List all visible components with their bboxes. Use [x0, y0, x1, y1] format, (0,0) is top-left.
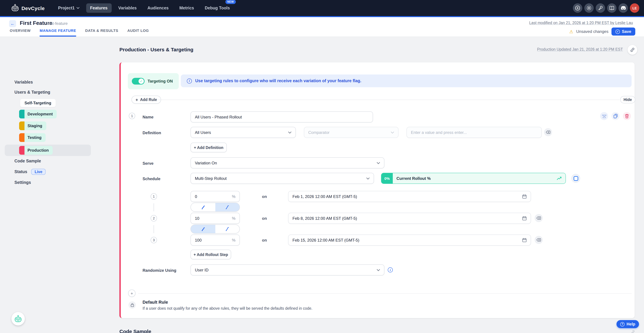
feature-slug: first-feature [47, 21, 68, 26]
sidebar-item-settings[interactable]: Settings [14, 180, 31, 185]
definition-dropdown[interactable]: All Users [190, 127, 296, 138]
sidebar-item-self-targeting[interactable]: Self-Targeting [20, 99, 56, 107]
page-title: Production - Users & Targeting [120, 47, 193, 52]
add-rollout-step-button[interactable]: + Add Rollout Step [190, 250, 231, 259]
stepped-transition-option[interactable] [191, 225, 215, 233]
nav-item-debug-tools[interactable]: Debug Tools NEW [201, 3, 234, 13]
remove-step-3-button[interactable] [535, 236, 543, 244]
rule-divider [158, 100, 620, 100]
add-rule-inline-button[interactable]: + [128, 290, 136, 297]
nav-item-audiences[interactable]: Audiences [144, 3, 172, 13]
hide-button[interactable]: Hide [620, 96, 635, 103]
schedule-label: Schedule [142, 176, 160, 181]
nav-item-metrics[interactable]: Metrics [175, 3, 198, 13]
new-badge: NEW [225, 0, 236, 4]
step-1-number: 1 [150, 193, 157, 200]
docs-button[interactable] [607, 3, 616, 13]
save-audience-button[interactable] [600, 112, 608, 120]
sidebar-item-variables[interactable]: Variables [14, 80, 33, 84]
create-new-button[interactable] [573, 3, 582, 13]
targeting-info-banner: i Use targeting rules to configure who w… [181, 74, 632, 87]
on-label: on [262, 216, 267, 221]
sidebar-env-development[interactable]: Development [19, 110, 57, 118]
rule-number: 1 [129, 113, 135, 119]
nav-item-features[interactable]: Features [86, 3, 112, 13]
step-1-2-transition-toggle [190, 203, 240, 212]
serve-label: Serve [142, 161, 154, 166]
sidebar-env-staging[interactable]: Staging [19, 122, 46, 130]
add-definition-button[interactable]: + Add Definition [190, 142, 227, 152]
step-1-date-field[interactable]: Feb 1, 2026 12:00 AM EST (GMT-5) [288, 191, 531, 202]
api-keys-button[interactable] [596, 3, 605, 13]
tab-overview[interactable]: OVERVIEW [10, 28, 31, 36]
step-2-number: 2 [150, 215, 157, 222]
tab-audit-log[interactable]: AUDIT LOG [127, 28, 149, 36]
duplicate-rule-button[interactable] [612, 112, 620, 120]
brand-name: DevCycle [22, 5, 44, 11]
devcycle-logo[interactable]: DevCycle [11, 4, 44, 12]
rollout-graph-checkbox[interactable] [571, 174, 580, 183]
backspace-icon [546, 130, 550, 134]
remove-step-2-button[interactable] [535, 214, 543, 222]
serve-dropdown[interactable]: Variation On [190, 157, 384, 168]
user-avatar[interactable]: LE [630, 3, 639, 13]
delete-rule-button[interactable] [623, 112, 631, 120]
randomize-using-dropdown[interactable]: User ID [190, 264, 384, 276]
audience-icon [602, 114, 606, 118]
rollout-label-text: Current Rollout % [396, 176, 431, 181]
sidebar-env-production[interactable]: Production [19, 146, 53, 155]
save-button[interactable]: ✓ Save [612, 28, 635, 36]
clear-definition-button[interactable] [544, 128, 552, 136]
corner-link-icon[interactable] [630, 330, 635, 333]
targeting-rules-card: ✓ Targeting ON i Use targeting rules to … [120, 62, 634, 318]
project-selector[interactable]: Project1 [54, 3, 83, 13]
nav-item-variables[interactable]: Variables [114, 3, 141, 13]
gradual-icon [225, 227, 230, 231]
plus-icon: + [136, 97, 138, 102]
step-2-date-field[interactable]: Feb 8, 2026 12:00 AM EST (GMT-5) [288, 213, 531, 224]
step-3-date-field[interactable]: Feb 15, 2026 12:00 AM EST (GMT-5) [288, 234, 531, 246]
targeting-status-label: Targeting ON [148, 79, 173, 84]
chevron-down-icon [377, 269, 380, 271]
add-rule-button[interactable]: + Add Rule [132, 96, 161, 104]
step-connector [154, 203, 154, 212]
sidebar-env-testing[interactable]: Testing [19, 133, 46, 142]
help-button[interactable]: ? Help [616, 320, 639, 328]
stepped-transition-option[interactable] [191, 203, 215, 212]
env-color-swatch [19, 146, 24, 155]
sidebar-item-users-targeting[interactable]: Users & Targeting [14, 90, 50, 94]
copy-link-button[interactable] [628, 45, 637, 55]
sidebar-item-status[interactable]: Status [14, 170, 27, 174]
tab-data-results[interactable]: DATA & RESULTS [85, 28, 118, 36]
name-label: Name [142, 115, 154, 120]
back-button[interactable]: ← [9, 20, 16, 27]
step-2-percent-input[interactable] [191, 216, 224, 220]
calendar-icon [522, 194, 526, 199]
gradual-transition-option[interactable] [215, 203, 240, 212]
link-icon [630, 47, 635, 52]
randomize-info-icon[interactable]: i [388, 268, 393, 272]
section-sidebar: Variables Users & Targeting Self-Targeti… [0, 37, 97, 333]
calendar-icon [522, 238, 526, 242]
gradual-transition-option[interactable] [215, 225, 240, 233]
step-3-percent-input[interactable] [191, 238, 224, 242]
on-label: on [262, 238, 267, 242]
devcycle-assistant-button[interactable] [12, 312, 25, 326]
trash-icon [625, 114, 629, 118]
book-icon [609, 6, 614, 10]
targeting-toggle[interactable]: ✓ [132, 78, 144, 84]
discord-button[interactable] [618, 3, 628, 13]
backspace-icon [536, 238, 541, 242]
step-1-percent-input[interactable] [191, 194, 224, 199]
percent-suffix: % [232, 194, 240, 199]
comparator-dropdown[interactable]: Comparator [304, 127, 398, 138]
definition-value-input[interactable] [406, 127, 542, 138]
check-circle-icon: ✓ [616, 29, 620, 34]
tab-manage-feature[interactable]: MANAGE FEATURE [40, 28, 76, 36]
default-rule-description: If a user does not qualify for any of th… [142, 306, 312, 310]
settings-button[interactable] [584, 3, 594, 13]
devcycle-robot-icon [11, 4, 19, 12]
rule-name-input[interactable] [190, 112, 373, 122]
sidebar-item-code-sample[interactable]: Code Sample [14, 159, 41, 164]
schedule-dropdown[interactable]: Multi-Step Rollout [190, 173, 374, 184]
